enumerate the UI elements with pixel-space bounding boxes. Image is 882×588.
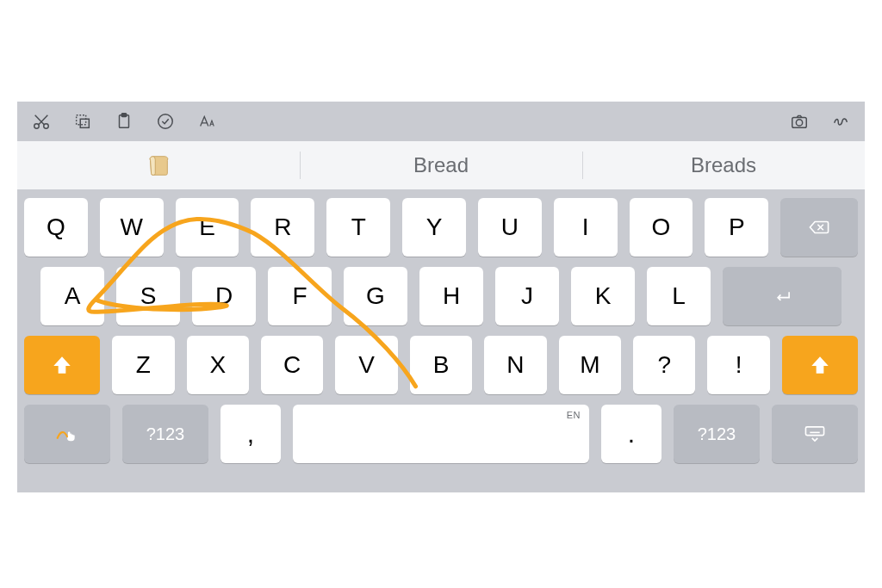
key-label: F: [292, 282, 307, 310]
bread-emoji: [146, 152, 171, 178]
key-q[interactable]: Q: [24, 198, 88, 257]
suggestion-1[interactable]: Bread: [300, 141, 582, 189]
key-label: A: [65, 282, 81, 310]
key-label: B: [433, 351, 450, 379]
key-r[interactable]: R: [251, 198, 314, 257]
key-label: V: [358, 351, 375, 379]
enter-icon: [771, 285, 793, 307]
cut-icon[interactable]: [29, 109, 53, 133]
row-1: Q W E R T Y U I O P: [24, 198, 858, 257]
key-t[interactable]: T: [326, 198, 390, 257]
key-label: R: [274, 214, 291, 241]
key-label: ?123: [146, 424, 185, 444]
key-label: !: [736, 351, 742, 379]
key-c[interactable]: C: [261, 336, 323, 394]
key-label: N: [506, 351, 524, 379]
key-label: T: [351, 214, 366, 241]
numeric-key-left[interactable]: ?123: [122, 405, 208, 463]
key-h[interactable]: H: [419, 267, 483, 325]
numeric-key-right[interactable]: ?123: [674, 405, 760, 463]
suggestion-bar: Bread Breads: [17, 141, 865, 189]
key-label: Y: [426, 214, 443, 241]
key-label: P: [729, 214, 745, 241]
key-label: S: [140, 282, 157, 310]
key-p[interactable]: P: [705, 198, 768, 257]
key-label: W: [120, 214, 142, 241]
comma-key[interactable]: ,: [220, 405, 281, 463]
key-question[interactable]: ?: [633, 336, 695, 394]
key-label: E: [199, 214, 215, 241]
row-4: ?123 , EN . ?123: [24, 405, 858, 463]
shift-up-icon: [51, 354, 73, 376]
key-label: L: [672, 282, 686, 310]
shift-up-icon: [809, 354, 831, 376]
suggestion-emoji[interactable]: [17, 141, 300, 189]
swipe-mode-key[interactable]: [24, 405, 110, 463]
svg-point-0: [34, 124, 40, 129]
suggestion-label: Bread: [413, 153, 469, 177]
key-label: D: [215, 282, 233, 310]
period-key[interactable]: .: [601, 405, 662, 463]
key-o[interactable]: O: [630, 198, 693, 257]
check-icon[interactable]: [153, 109, 177, 133]
key-w[interactable]: W: [100, 198, 164, 257]
key-l[interactable]: L: [647, 267, 711, 325]
enter-key[interactable]: [723, 267, 842, 325]
key-label: Z: [136, 351, 151, 379]
backspace-key[interactable]: [780, 198, 858, 257]
key-label: ,: [247, 419, 254, 449]
copy-icon[interactable]: [71, 109, 95, 133]
key-label: H: [443, 282, 460, 310]
keyboard-rows: Q W E R T Y U I O P A S D F G H: [17, 189, 865, 492]
key-label: M: [580, 351, 599, 379]
svg-point-1: [44, 124, 49, 129]
svg-rect-5: [121, 114, 127, 117]
hide-keyboard-key[interactable]: [772, 405, 858, 463]
svg-rect-9: [805, 427, 823, 436]
text-format-icon[interactable]: [195, 109, 219, 133]
row-3: Z X C V B N M ? !: [24, 336, 858, 394]
keyboard-hide-icon: [804, 423, 826, 445]
svg-rect-3: [80, 119, 89, 127]
suggestion-label: Breads: [691, 153, 756, 177]
key-j[interactable]: J: [495, 267, 559, 325]
shift-key-left[interactable]: [24, 336, 100, 394]
space-key[interactable]: EN: [293, 405, 589, 463]
key-i[interactable]: I: [554, 198, 618, 257]
key-label: J: [521, 282, 533, 310]
key-u[interactable]: U: [478, 198, 542, 257]
key-label: Q: [47, 214, 65, 241]
key-label: O: [652, 214, 671, 241]
key-v[interactable]: V: [335, 336, 397, 394]
svg-point-8: [796, 120, 802, 126]
paste-icon[interactable]: [112, 109, 136, 133]
key-m[interactable]: M: [559, 336, 621, 394]
key-d[interactable]: D: [192, 267, 256, 325]
backspace-icon: [808, 216, 830, 238]
key-y[interactable]: Y: [402, 198, 466, 257]
key-a[interactable]: A: [40, 267, 104, 325]
scribble-icon[interactable]: [829, 109, 853, 133]
key-label: U: [501, 214, 519, 241]
key-label: ?123: [698, 424, 736, 444]
suggestion-2[interactable]: Breads: [582, 141, 865, 189]
key-f[interactable]: F: [268, 267, 332, 325]
shift-key-right[interactable]: [782, 336, 858, 394]
swipe-icon: [56, 423, 78, 445]
camera-icon[interactable]: [787, 109, 811, 133]
key-exclaim[interactable]: !: [707, 336, 769, 394]
key-x[interactable]: X: [187, 336, 249, 394]
key-label: C: [283, 351, 301, 379]
key-label: G: [366, 282, 385, 310]
key-b[interactable]: B: [410, 336, 472, 394]
key-s[interactable]: S: [116, 267, 180, 325]
key-n[interactable]: N: [484, 336, 546, 394]
key-z[interactable]: Z: [112, 336, 174, 394]
key-label: .: [628, 419, 635, 449]
keyboard-toolbar: [17, 102, 865, 141]
key-e[interactable]: E: [176, 198, 239, 257]
keyboard-shell: Bread Breads Q W E R T Y U I O P A: [17, 102, 865, 492]
key-k[interactable]: K: [571, 267, 635, 325]
key-g[interactable]: G: [344, 267, 407, 325]
svg-point-6: [158, 115, 173, 129]
